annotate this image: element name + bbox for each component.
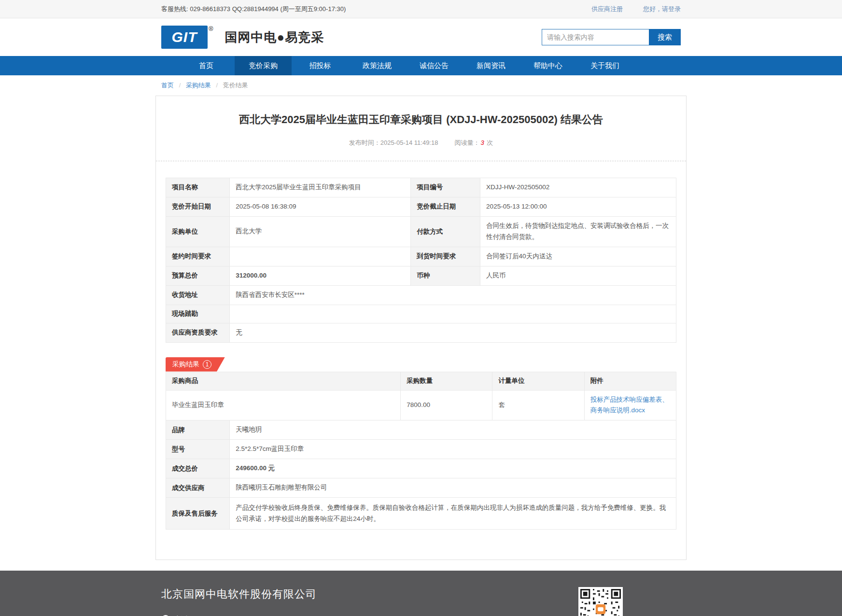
col-qty-header: 采购数量 (401, 372, 492, 390)
currency-value: 人民币 (480, 266, 676, 285)
breadcrumb: 首页 / 采购结果 / 竞价结果 (155, 75, 687, 94)
site-survey-value (230, 305, 676, 323)
table-header-row: 采购商品 采购数量 计量单位 附件 (166, 372, 676, 390)
col-unit-header: 计量单位 (492, 372, 584, 390)
footer-contact-block: 北京国网中电软件股份有限公司 ✆ 电话： 029-86618373/138110… (161, 587, 350, 616)
brand-label: 品牌 (166, 420, 230, 440)
publish-time-value: 2025-05-14 11:49:18 (380, 139, 438, 146)
supplier-label: 成交供应商 (166, 478, 230, 498)
site-survey-label: 现场踏勘 (166, 305, 230, 323)
nav-item-home[interactable]: 首页 (178, 56, 235, 75)
ribbon-label: 采购结果 (172, 360, 199, 369)
site-logo[interactable]: GIT ® 国网中电●易竞采 (161, 26, 324, 49)
buyer-value: 西北大学 (230, 216, 411, 247)
table-row: 收货地址 陕西省西安市长安区**** (166, 285, 676, 305)
footer-qr-block: 点击扫描二维码 (578, 587, 623, 616)
top-utility-bar: 客服热线: 029-86618373 QQ:2881944994 (周一至周五9… (0, 0, 842, 18)
nav-item-policies[interactable]: 政策法规 (349, 56, 406, 75)
bid-start-value: 2025-05-08 16:38:09 (230, 197, 411, 216)
breadcrumb-separator: / (179, 82, 181, 89)
nav-item-tender[interactable]: 招投标 (292, 56, 349, 75)
warranty-label: 质保及售后服务 (166, 498, 230, 530)
col-product-header: 采购商品 (166, 372, 401, 390)
result-count-badge: 1 (203, 360, 211, 369)
page-title: 西北大学2025届毕业生蓝田玉印章采购项目 (XDJJ-HW-202505002… (185, 112, 657, 127)
project-name-label: 项目名称 (166, 178, 230, 197)
payment-label: 付款方式 (411, 216, 480, 247)
footer-company-name: 北京国网中电软件股份有限公司 (161, 587, 350, 602)
delivery-time-label: 到货时间要求 (411, 247, 480, 266)
registered-trademark-symbol: ® (209, 26, 213, 32)
project-info-table: 项目名称 西北大学2025届毕业生蓝田玉印章采购项目 项目编号 XDJJ-HW-… (166, 178, 676, 343)
qr-code-image (580, 589, 621, 616)
delivery-address-label: 收货地址 (166, 285, 230, 305)
payment-value: 合同生效后，待货物到达指定地点、安装调试验收合格后，一次性付清合同货款。 (480, 216, 676, 247)
table-row: 毕业生蓝田玉印章 7800.00 套 投标产品技术响应偏差表、商务响应说明.do… (166, 390, 676, 420)
site-brand-title: 国网中电●易竞采 (225, 29, 324, 46)
breadcrumb-current: 竞价结果 (223, 82, 248, 89)
bid-start-label: 竞价开始日期 (166, 197, 230, 216)
supplier-value: 陕西曦玥玉石雕刻雕塑有限公司 (230, 478, 676, 498)
delivery-time-value: 合同签订后40天内送达 (480, 247, 676, 266)
warranty-value: 产品交付学校验收后终身质保、免费维修保养。质保期自验收合格起计算，在质保期内出现… (230, 498, 676, 530)
purchase-result-ribbon: 采购结果 1 (166, 357, 225, 372)
publish-time-label: 发布时间： (349, 139, 380, 146)
views-unit: 次 (487, 139, 493, 146)
buyer-label: 采购单位 (166, 216, 230, 247)
views-count: 3 (480, 139, 484, 146)
currency-label: 币种 (411, 266, 480, 285)
table-row: 成交总价 249600.00 元 (166, 459, 676, 478)
qr-code[interactable] (578, 587, 623, 616)
deal-price-value: 249600.00 元 (230, 459, 676, 478)
breadcrumb-home[interactable]: 首页 (161, 82, 174, 89)
deal-price-label: 成交总价 (166, 459, 230, 478)
table-row: 预算总价 312000.00 币种 人民币 (166, 266, 676, 285)
project-no-label: 项目编号 (411, 178, 480, 197)
sign-time-label: 签约时间要求 (166, 247, 230, 266)
product-qty-value: 7800.00 (401, 390, 492, 420)
site-header: GIT ® 国网中电●易竞采 搜索 (0, 18, 842, 56)
project-no-value: XDJJ-HW-202505002 (480, 178, 676, 197)
nav-item-about-us[interactable]: 关于我们 (576, 56, 633, 75)
table-row: 成交供应商 陕西曦玥玉石雕刻雕塑有限公司 (166, 478, 676, 498)
breadcrumb-purchase-results[interactable]: 采购结果 (186, 82, 211, 89)
project-name-value: 西北大学2025届毕业生蓝田玉印章采购项目 (230, 178, 411, 197)
nav-item-news[interactable]: 新闻资讯 (463, 56, 519, 75)
article-meta: 发布时间：2025-05-14 11:49:18阅读量：3 次 (166, 139, 676, 149)
login-link[interactable]: 您好，请登录 (643, 5, 681, 14)
model-value: 2.5*2.5*7cm蓝田玉印章 (230, 440, 676, 459)
dashed-divider (156, 161, 686, 161)
search-input[interactable] (542, 29, 649, 45)
delivery-address-value: 陕西省西安市长安区**** (230, 285, 676, 305)
git-logo-icon: GIT (161, 26, 208, 49)
supplier-register-link[interactable]: 供应商注册 (591, 5, 623, 14)
purchase-result-table: 采购商品 采购数量 计量单位 附件 毕业生蓝田玉印章 7800.00 套 投标产… (166, 372, 676, 421)
table-row: 采购单位 西北大学 付款方式 合同生效后，待货物到达指定地点、安装调试验收合格后… (166, 216, 676, 247)
breadcrumb-separator: / (216, 82, 218, 89)
bid-end-label: 竞价截止日期 (411, 197, 480, 216)
table-row: 签约时间要求 到货时间要求 合同签订后40天内送达 (166, 247, 676, 266)
table-row: 竞价开始日期 2025-05-08 16:38:09 竞价截止日期 2025-0… (166, 197, 676, 216)
nav-item-help-center[interactable]: 帮助中心 (519, 56, 576, 75)
purchase-result-details: 品牌 天曦地玥 型号 2.5*2.5*7cm蓝田玉印章 成交总价 249600.… (166, 420, 676, 530)
brand-value: 天曦地玥 (230, 420, 676, 440)
product-unit-value: 套 (492, 390, 584, 420)
table-row: 现场踏勘 (166, 305, 676, 323)
main-nav: 首页 竞价采购 招投标 政策法规 诚信公告 新闻资讯 帮助中心 关于我们 (0, 56, 842, 75)
col-attachment-header: 附件 (584, 372, 676, 390)
table-row: 品牌 天曦地玥 (166, 420, 676, 440)
product-name-value: 毕业生蓝田玉印章 (166, 390, 401, 420)
sign-time-value (230, 247, 411, 266)
table-row: 供应商资质要求 无 (166, 323, 676, 342)
site-search: 搜索 (542, 29, 681, 45)
announcement-card: 西北大学2025届毕业生蓝田玉印章采购项目 (XDJJ-HW-202505002… (155, 96, 687, 560)
budget-value: 312000.00 (230, 266, 411, 285)
table-row: 质保及售后服务 产品交付学校验收后终身质保、免费维修保养。质保期自验收合格起计算… (166, 498, 676, 530)
views-label: 阅读量： (454, 139, 479, 146)
qualification-label: 供应商资质要求 (166, 323, 230, 342)
attachment-link[interactable]: 投标产品技术响应偏差表、商务响应说明.docx (590, 394, 670, 417)
search-button[interactable]: 搜索 (649, 29, 681, 45)
table-row: 项目名称 西北大学2025届毕业生蓝田玉印章采购项目 项目编号 XDJJ-HW-… (166, 178, 676, 197)
nav-item-integrity-notices[interactable]: 诚信公告 (406, 56, 463, 75)
nav-item-bidding-purchase[interactable]: 竞价采购 (235, 56, 292, 75)
